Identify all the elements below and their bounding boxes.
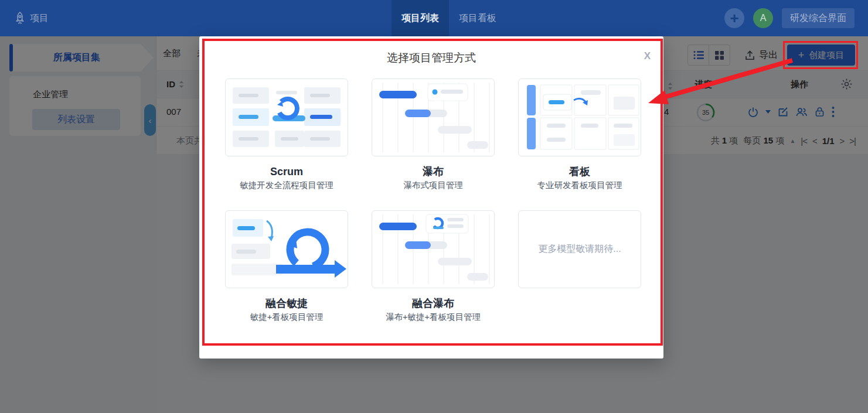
card-name: 看板 bbox=[518, 163, 641, 180]
top-navigation-bar: 项目 项目列表 项目看板 + A 研发综合界面 bbox=[0, 0, 868, 36]
plus-icon: + bbox=[730, 9, 738, 27]
model-card-fusion-waterfall[interactable]: 融合瀑布 瀑布+敏捷+看板项目管理 bbox=[372, 210, 495, 323]
tab-project-list[interactable]: 项目列表 bbox=[392, 0, 449, 36]
card-name: 融合敏捷 bbox=[225, 295, 348, 312]
waterfall-illustration bbox=[372, 78, 495, 156]
card-desc: 敏捷+看板项目管理 bbox=[225, 312, 348, 323]
model-card-more: 更多模型敬请期待... bbox=[518, 210, 641, 323]
tab-project-board[interactable]: 项目看板 bbox=[449, 0, 506, 36]
model-card-kanban[interactable]: 看板 专业研发看板项目管理 bbox=[518, 78, 641, 191]
card-desc: 瀑布式项目管理 bbox=[372, 180, 495, 191]
global-add-button[interactable]: + bbox=[724, 8, 744, 28]
model-card-fusion-agile[interactable]: 融合敏捷 敏捷+看板项目管理 bbox=[225, 210, 348, 323]
kanban-illustration bbox=[518, 78, 641, 156]
modal-title: 选择项目管理方式 bbox=[199, 50, 663, 66]
more-models-placeholder: 更多模型敬请期待... bbox=[518, 210, 641, 288]
card-desc: 瀑布+敏捷+看板项目管理 bbox=[372, 312, 495, 323]
card-desc: 敏捷开发全流程项目管理 bbox=[225, 180, 348, 191]
avatar[interactable]: A bbox=[753, 8, 773, 28]
app-title: 项目 bbox=[30, 12, 49, 25]
choose-model-modal: 选择项目管理方式 X bbox=[199, 36, 663, 359]
model-card-waterfall[interactable]: 瀑布 瀑布式项目管理 bbox=[372, 78, 495, 191]
app-brand: 项目 bbox=[15, 12, 49, 25]
workspace-switch-button[interactable]: 研发综合界面 bbox=[782, 8, 855, 28]
top-tabs: 项目列表 项目看板 bbox=[392, 0, 506, 36]
modal-close-button[interactable]: X bbox=[644, 50, 651, 62]
model-cards-grid: Scrum 敏捷开发全流程项目管理 bbox=[225, 78, 641, 323]
fusion-waterfall-illustration bbox=[372, 210, 495, 288]
close-icon: X bbox=[644, 50, 651, 62]
fusion-agile-illustration bbox=[225, 210, 348, 288]
scrum-illustration bbox=[225, 78, 348, 156]
card-name: Scrum bbox=[225, 163, 348, 180]
card-name: 瀑布 bbox=[372, 163, 495, 180]
model-card-scrum[interactable]: Scrum 敏捷开发全流程项目管理 bbox=[225, 78, 348, 191]
more-models-text: 更多模型敬请期待... bbox=[538, 243, 621, 255]
card-name: 融合瀑布 bbox=[372, 295, 495, 312]
card-desc: 专业研发看板项目管理 bbox=[518, 180, 641, 191]
rocket-icon bbox=[15, 12, 25, 25]
